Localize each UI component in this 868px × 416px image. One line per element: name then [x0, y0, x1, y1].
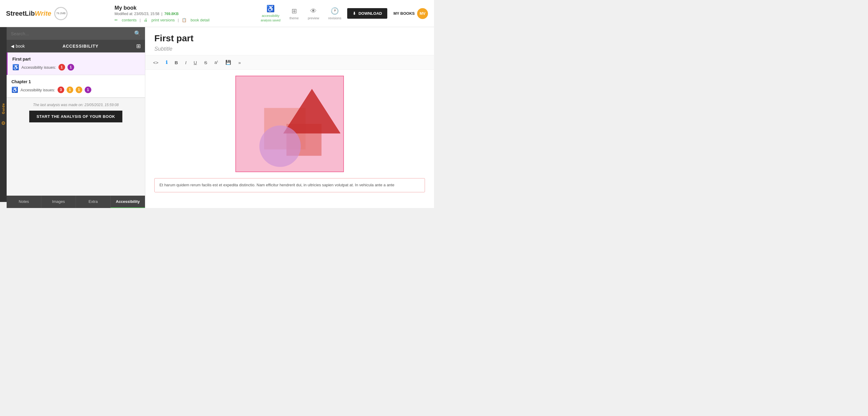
back-arrow-icon: ◀ — [11, 44, 14, 49]
tab-images[interactable]: Images — [41, 196, 76, 208]
nav-contents[interactable]: contents — [122, 18, 136, 22]
theme-icon: ⊞ — [291, 7, 297, 15]
grid-icon[interactable]: ⊞ — [136, 43, 141, 50]
nav-revisions-label: revisions — [328, 16, 341, 20]
nav-preview[interactable]: 👁 preview — [308, 7, 319, 20]
print-icon: 🖨 — [144, 18, 148, 22]
accessibility-icon: ♿ — [11, 87, 18, 93]
tab-extra[interactable]: Extra — [76, 196, 111, 208]
badge-count: 1 — [67, 87, 73, 93]
book-title: My book — [115, 5, 255, 11]
my-books-label: MY BOOKS — [393, 11, 415, 16]
back-label: book — [16, 44, 25, 49]
svg-point-4 — [259, 125, 301, 167]
badge-count: 1 — [59, 64, 65, 70]
edit-icon: ✏ — [115, 18, 118, 22]
toolbar-info[interactable]: ℹ — [164, 58, 169, 66]
main-layout: Guide ⚙ 🔍 ◀ book ACCESSIBILITY ⊞ First p… — [7, 27, 434, 208]
toolbar-save[interactable]: 💾 — [224, 58, 233, 66]
tab-accessibility[interactable]: Accessibility — [111, 196, 145, 208]
analysis-date: The last analysis was made on: 23/05/202… — [11, 103, 140, 107]
accessibility-row: ♿ Accessibility issues: 3 1 1 1 — [11, 87, 140, 93]
nav-detail[interactable]: book detail — [190, 18, 210, 22]
issues-label: Accessibility issues: — [21, 88, 55, 92]
my-books-button[interactable]: MY BOOKS MV — [393, 8, 428, 19]
logo: StreetLibWrite — [6, 10, 51, 18]
toolbar-more[interactable]: » — [237, 59, 243, 66]
toolbar-strikethrough[interactable]: S — [202, 59, 209, 66]
download-label: DOWNLOAD — [358, 11, 382, 16]
download-button[interactable]: ⬇ DOWNLOAD — [347, 8, 387, 19]
toolbar-italic[interactable]: I — [183, 59, 188, 66]
chapter-list: First part ♿ Accessibility issues: 1 1 C… — [7, 53, 145, 196]
search-input[interactable] — [11, 31, 131, 36]
logo-streetlib: StreetLib — [6, 10, 35, 17]
storage-badge: 79.2MB — [54, 7, 67, 20]
book-info: My book Modified at: 23/05/23, 15:58 | 7… — [108, 5, 261, 22]
analysis-section: The last analysis was made on: 23/05/202… — [7, 98, 145, 127]
nav-preview-label: preview — [308, 16, 319, 20]
modified-date: Modified at: 23/05/23, 15:58 — [115, 12, 159, 16]
accessibility-icon: ♿ — [267, 5, 275, 13]
accessibility-icon: ♿ — [12, 64, 19, 70]
chapter-item[interactable]: Chapter 1 ♿ Accessibility issues: 3 1 1 … — [7, 75, 145, 98]
editor-subtitle: Subtitle — [154, 46, 425, 52]
badge-count: 1 — [67, 64, 74, 70]
nav-accessibility-sublabel: analysis saved — [261, 19, 281, 22]
badge-count: 1 — [85, 87, 91, 93]
guide-sidebar: Guide ⚙ — [0, 27, 7, 202]
back-button[interactable]: ◀ book — [11, 44, 25, 49]
detail-icon: 📋 — [182, 18, 187, 22]
logo-area: StreetLibWrite 79.2MB — [6, 7, 108, 20]
header: StreetLibWrite 79.2MB My book Modified a… — [0, 0, 434, 27]
book-nav-links: ✏ contents | 🖨 print versions | 📋 book d… — [115, 18, 255, 22]
nav-accessibility-label: accessibility — [261, 14, 279, 18]
book-size: 769.8KB — [164, 12, 179, 16]
bottom-tabs: Notes Images Extra Accessibility — [7, 196, 145, 208]
tab-notes[interactable]: Notes — [7, 196, 41, 208]
issues-label: Accessibility issues: — [22, 65, 56, 70]
download-icon: ⬇ — [352, 11, 356, 16]
right-panel: First part Subtitle <> ℹ B I U S aᵗ 💾 » — [145, 27, 434, 208]
editor-title-area: First part Subtitle — [145, 27, 434, 56]
badge-count: 3 — [58, 87, 64, 93]
nav-accessibility[interactable]: ♿ accessibility analysis saved — [261, 5, 281, 22]
panel-title: ACCESSIBILITY — [25, 44, 136, 49]
image-container — [236, 76, 344, 172]
avatar: MV — [417, 8, 428, 19]
accessibility-row: ♿ Accessibility issues: 1 1 — [12, 64, 140, 70]
chapter-name: Chapter 1 — [11, 79, 140, 84]
nav-theme-label: theme — [290, 16, 299, 20]
left-panel: 🔍 ◀ book ACCESSIBILITY ⊞ First part ♿ Ac… — [7, 27, 145, 208]
editor-toolbar: <> ℹ B I U S aᵗ 💾 » — [145, 56, 434, 70]
guide-label: Guide — [1, 103, 5, 114]
revisions-icon: 🕐 — [331, 7, 339, 15]
search-icon[interactable]: 🔍 — [134, 30, 141, 37]
nav-print[interactable]: print versions — [152, 18, 175, 22]
badge-count: 1 — [76, 87, 82, 93]
toolbar-bold[interactable]: B — [173, 59, 180, 66]
toolbar-code[interactable]: <> — [151, 59, 160, 66]
toolbar-superscript[interactable]: aᵗ — [213, 58, 220, 66]
top-nav: ♿ accessibility analysis saved ⊞ theme 👁… — [261, 5, 341, 22]
guide-icon: ⚙ — [1, 120, 5, 126]
bottom-text: Et harum quidem rerum facilis est et exp… — [154, 178, 425, 192]
search-bar: 🔍 — [7, 27, 145, 40]
nav-revisions[interactable]: 🕐 revisions — [328, 7, 341, 20]
panel-header: ◀ book ACCESSIBILITY ⊞ — [7, 40, 145, 53]
nav-theme[interactable]: ⊞ theme — [290, 7, 299, 20]
logo-write: Write — [35, 10, 51, 17]
chapter-name: First part — [12, 57, 140, 61]
chapter-item[interactable]: First part ♿ Accessibility issues: 1 1 — [7, 53, 145, 75]
editor-content: Et harum quidem rerum facilis est et exp… — [145, 70, 434, 208]
toolbar-underline[interactable]: U — [192, 59, 199, 66]
book-meta: Modified at: 23/05/23, 15:58 | 769.8KB — [115, 12, 255, 16]
editor-main-title: First part — [154, 33, 425, 43]
start-analysis-button[interactable]: START THE ANALYSIS OF YOUR BOOK — [29, 111, 122, 122]
shapes-svg — [239, 79, 340, 169]
preview-icon: 👁 — [310, 7, 317, 15]
